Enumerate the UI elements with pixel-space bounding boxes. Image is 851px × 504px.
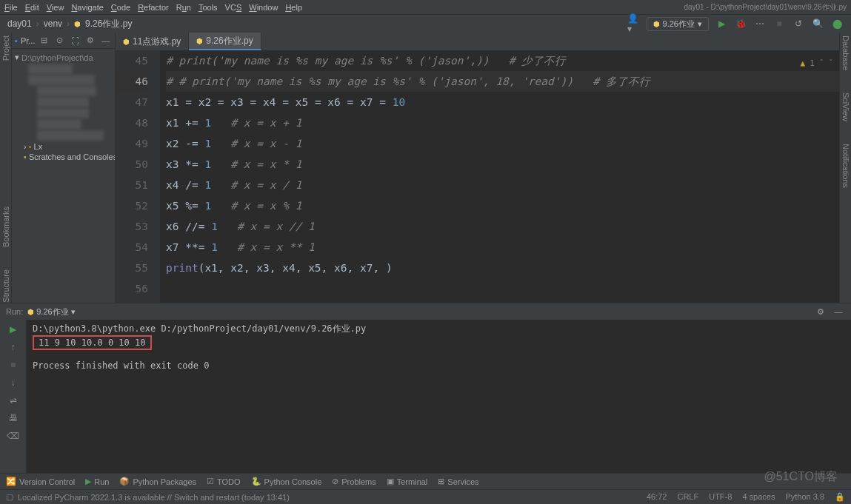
tree-root[interactable]: ▾ D:\pythonProject\da [15,52,112,63]
menu-run[interactable]: Run [176,3,191,12]
menu-file[interactable]: File [4,3,18,12]
ide-settings-icon[interactable]: ⬤ [830,17,844,30]
indent-setting[interactable]: 4 spaces [742,492,775,502]
more-run-icon[interactable]: ⋯ [753,17,767,30]
chevron-right-icon: › [24,142,27,151]
structure-tool-button[interactable]: Structure [1,269,10,303]
services-icon: ⊞ [438,477,444,486]
project-icon: ▪ [15,36,18,45]
project-tree[interactable]: ▾ D:\pythonProject\da › ▪ Lx ▪ Scratches… [12,49,115,165]
breadcrumb[interactable]: venv [44,19,62,29]
run-config-name[interactable]: ⬢ 9.26作业 ▾ [27,306,75,317]
python-console-button[interactable]: 🐍Python Console [251,477,322,486]
play-icon: ▶ [85,477,91,486]
line-separator[interactable]: CRLF [677,492,698,502]
bottom-tool-bar: 🔀Version Control ▶Run 📦Python Packages ☑… [0,473,851,489]
problems-button[interactable]: ⊘Problems [332,477,376,486]
python-file-icon: ⬢ [196,37,203,45]
menu-code[interactable]: Code [111,3,130,12]
console-output[interactable]: D:\python3.8\python.exe D:/pythonProject… [27,320,851,473]
stop-button[interactable]: ■ [772,17,786,30]
menu-view[interactable]: View [47,3,64,12]
interpreter[interactable]: Python 3.8 [785,492,824,502]
lib-icon: ▪ [29,142,32,151]
scroll-up-icon[interactable]: ↑ [7,340,20,354]
run-toolbar: ▶ ↑ ■ ↓ ⇌ 🖶 ⌫ [0,320,27,473]
database-tool-button[interactable]: Database [841,36,850,70]
status-bar: ▢ Localized PyCharm 2022.1.3 is availabl… [0,489,851,504]
tree-root-label: D:\pythonProject\da [21,53,93,62]
python-packages-button[interactable]: 📦Python Packages [119,477,196,486]
notifications-tool-button[interactable]: Notifications [841,144,850,188]
python-file-icon: ⬢ [123,38,130,46]
menu-help[interactable]: Help [285,3,302,12]
menu-tools[interactable]: Tools [198,3,218,12]
run-button[interactable]: ▶Run [85,477,109,486]
user-icon[interactable]: 👤▾ [627,17,641,30]
todo-button[interactable]: ☑TODO [207,477,241,486]
vcs-update-icon[interactable]: ↺ [792,17,805,30]
search-icon[interactable]: 🔍 [811,17,824,30]
package-icon: 📦 [119,477,130,486]
breadcrumb[interactable]: day01 [7,19,32,29]
clear-icon[interactable]: ⌫ [7,429,20,443]
services-button[interactable]: ⊞Services [438,477,478,486]
nav-bar: day01 › venv › ⬢ 9.26作业.py 👤▾ ⬢ 9.26作业 ▾… [0,15,851,33]
status-message[interactable]: Localized PyCharm 2022.1.3 is available … [18,493,290,502]
stop-button[interactable]: ■ [7,358,20,372]
inspections-widget[interactable]: ▲ 1 ˆ ˇ [801,53,834,74]
code-content[interactable]: # print('my name is %s my age is %s' % (… [160,50,839,303]
scroll-down-icon[interactable]: ↓ [7,376,20,389]
tree-item-label: Scratches and Consoles [29,152,115,161]
sciview-tool-button[interactable]: SciView [841,93,850,121]
menu-refactor[interactable]: Refactor [138,3,169,12]
editor-tabs: ⬢ 11点游戏.py ⬢ 9.26作业.py [116,33,839,50]
gear-icon[interactable]: ⚙ [814,305,827,318]
problems-icon: ⊘ [332,477,338,486]
run-button[interactable]: ▶ [715,17,728,30]
cursor-position[interactable]: 46:72 [647,492,667,502]
breadcrumb[interactable]: 9.26作业.py [85,18,132,30]
bookmarks-tool-button[interactable]: Bookmarks [1,206,10,247]
tree-item-label: Lx [34,142,43,151]
target-icon[interactable]: ⊙ [53,34,66,47]
editor-tab[interactable]: ⬢ 11点游戏.py [116,33,189,50]
menu-window[interactable]: Window [249,3,278,12]
run-tool-window: Run: ⬢ 9.26作业 ▾ ⚙ — ▶ ↑ ■ ↓ ⇌ 🖶 ⌫ D:\pyt… [0,303,851,473]
code-editor[interactable]: 454647484950515253545556 # print('my nam… [116,50,839,303]
terminal-icon: ▣ [387,477,394,486]
tab-label: 11点游戏.py [133,36,181,48]
soft-wrap-icon[interactable]: ⇌ [7,394,20,407]
tree-item[interactable]: › ▪ Lx [15,141,112,152]
minimize-icon[interactable]: — [832,305,845,318]
console-highlight: 11 9 10 10.0 0 10 10 [33,335,152,350]
expand-icon[interactable]: ⛶ [69,34,81,47]
python-file-icon: ⬢ [74,20,81,28]
run-config-selector[interactable]: ⬢ 9.26作业 ▾ [647,17,709,31]
hide-icon[interactable]: — [99,34,112,47]
chevron-up-icon: ˆ [819,53,824,74]
menu-navigate[interactable]: Navigate [71,3,103,12]
debug-button[interactable]: 🐞 [734,17,747,30]
todo-icon: ☑ [207,477,214,486]
file-encoding[interactable]: UTF-8 [709,492,732,502]
print-icon[interactable]: 🖶 [7,411,20,425]
project-panel: ▪ Pr... ⊟ ⊙ ⛶ ⚙ — ▾ D:\pythonProject\da … [12,33,116,303]
menu-vcs[interactable]: VCS [225,3,242,12]
menu-edit[interactable]: Edit [25,3,39,12]
gear-icon[interactable]: ⚙ [84,34,97,47]
tree-item[interactable]: ▪ Scratches and Consoles [15,152,112,162]
rerun-button[interactable]: ▶ [7,323,20,336]
tab-label: 9.26作业.py [206,35,253,47]
project-tool-button[interactable]: Project [1,36,10,61]
branch-icon: 🔀 [6,477,16,486]
collapse-icon[interactable]: ⊟ [38,34,50,47]
status-window-icon[interactable]: ▢ [6,492,13,502]
console-cmd: D:\python3.8\python.exe D:/pythonProject… [33,323,366,334]
editor-tab[interactable]: ⬢ 9.26作业.py [189,33,261,50]
python-file-icon: ⬢ [27,308,34,316]
lock-icon[interactable]: 🔒 [835,492,845,502]
vc-button[interactable]: 🔀Version Control [6,477,75,486]
terminal-button[interactable]: ▣Terminal [387,477,428,486]
console-exit: Process finished with exit code 0 [33,360,209,371]
